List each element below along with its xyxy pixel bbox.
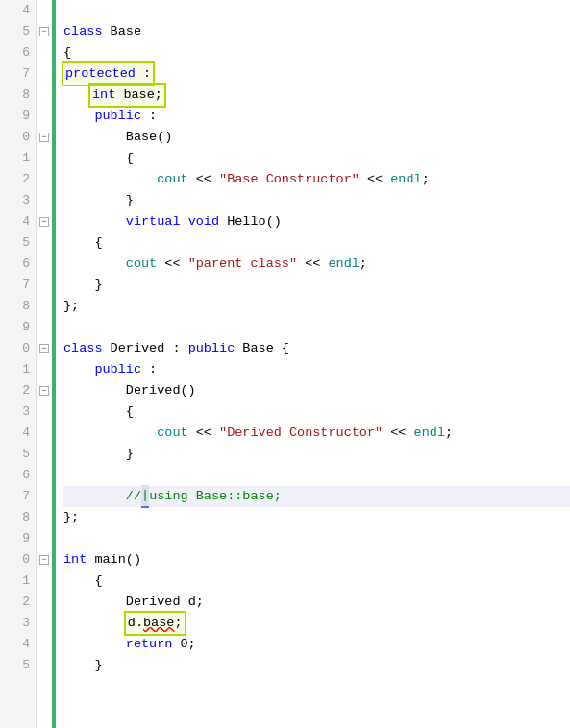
code-line-31: { — [63, 570, 570, 592]
token-public20: public — [188, 338, 235, 359]
code-line-4 — [63, 0, 570, 21]
token-comment27b: using Base::base; — [149, 486, 282, 507]
token-op24a: << — [188, 423, 219, 444]
token-indent10 — [63, 127, 94, 148]
code-line-35: } — [63, 655, 570, 676]
code-line-9: public : — [63, 106, 570, 127]
gutter-25 — [37, 444, 52, 465]
token-colon9: : — [141, 106, 157, 127]
gutter-24 — [37, 423, 52, 444]
fold-gutter: − − − − − — [37, 0, 52, 728]
gutter-22[interactable]: − — [37, 380, 52, 401]
gutter-21 — [37, 359, 52, 380]
token-virtual: virtual — [126, 211, 181, 232]
token-sp14 — [181, 211, 188, 232]
token-comment27: // — [126, 486, 141, 507]
token-brace35: } — [63, 655, 103, 676]
ln-7: 7 — [0, 63, 36, 85]
ln-21: 1 — [0, 359, 36, 380]
token-endl16: endl — [328, 254, 359, 275]
token-semi33: ; — [174, 616, 182, 630]
token-brace15: { — [63, 232, 103, 254]
code-line-29 — [63, 528, 570, 549]
code-line-6: { — [63, 42, 570, 63]
fold-button-22[interactable]: − — [39, 386, 49, 396]
code-line-21: public : — [63, 359, 570, 380]
token-str16: "parent class" — [188, 254, 297, 275]
gutter-16 — [37, 254, 52, 275]
token-cout24: cout — [157, 423, 187, 444]
gutter-26 — [37, 465, 52, 486]
token-indent27 — [63, 486, 126, 507]
ln-23: 3 — [0, 401, 36, 423]
gutter-11 — [37, 148, 52, 169]
gutter-27 — [37, 486, 52, 507]
token-indent24 — [63, 423, 157, 444]
token-d33: d. — [128, 616, 143, 630]
token-indent34 — [63, 634, 126, 655]
ln-27: 7 — [0, 486, 36, 507]
code-line-12: cout << "Base Constructor" << endl; — [63, 169, 570, 190]
ln-12: 2 — [0, 169, 36, 190]
ln-22: 2 — [0, 380, 36, 401]
fold-button-5[interactable]: − — [39, 27, 49, 36]
gutter-18 — [37, 296, 52, 317]
token-op12b: << — [359, 169, 390, 190]
ln-29: 9 — [0, 528, 36, 549]
ln-26: 6 — [0, 465, 36, 486]
token-semi24: ; — [445, 423, 453, 444]
gutter-30[interactable]: − — [37, 549, 52, 570]
fold-button-30[interactable]: − — [39, 555, 49, 565]
token-void14: void — [188, 211, 219, 232]
token-cout16: cout — [126, 254, 157, 275]
highlight-dbase: d.base; — [126, 613, 185, 634]
token-indent32 — [63, 592, 126, 613]
code-line-23: { — [63, 401, 570, 423]
gutter-17 — [37, 275, 52, 296]
code-line-30: int main() — [63, 549, 570, 570]
token-brace13: } — [63, 190, 134, 211]
code-line-22: Derived() — [63, 380, 570, 401]
code-line-15: { — [63, 232, 570, 254]
gutter-8 — [37, 85, 52, 106]
highlight-protected: protected : — [63, 63, 153, 85]
code-line-14: virtual void Hello() — [63, 211, 570, 232]
code-line-10: Base() — [63, 127, 570, 148]
highlight-int-base: int base; — [90, 85, 164, 106]
ln-8: 8 — [0, 85, 36, 106]
fold-button-10[interactable]: − — [39, 133, 49, 142]
fold-button-14[interactable]: − — [39, 217, 49, 227]
token-indent16 — [63, 254, 126, 275]
gutter-4 — [37, 0, 52, 21]
token-str12: "Base Constructor" — [219, 169, 359, 190]
ln-32: 2 — [0, 592, 36, 613]
token-public21: public — [94, 359, 141, 380]
token-indent21 — [63, 359, 94, 380]
gutter-31 — [37, 570, 52, 592]
gutter-20[interactable]: − — [37, 338, 52, 359]
code-line-32: Derived d; — [63, 592, 570, 613]
code-line-28: }; — [63, 507, 570, 528]
token-indent33 — [63, 613, 126, 634]
gutter-12 — [37, 169, 52, 190]
fold-button-20[interactable]: − — [39, 344, 49, 353]
code-editor: 4 5 6 7 8 9 0 1 2 3 4 5 6 7 8 9 0 1 2 3 … — [0, 0, 570, 728]
token-semi16: ; — [359, 254, 367, 275]
token-derived: Derived — [111, 338, 165, 359]
ln-11: 1 — [0, 148, 36, 169]
gutter-15 — [37, 232, 52, 254]
code-line-17: } — [63, 275, 570, 296]
token-classbrace18: }; — [63, 296, 79, 317]
gutter-33 — [37, 613, 52, 634]
gutter-14[interactable]: − — [37, 211, 52, 232]
token-brace23: { — [63, 401, 134, 423]
gutter-10[interactable]: − — [37, 127, 52, 148]
token-colon20: : — [164, 338, 187, 359]
token-class: class — [63, 21, 111, 42]
ln-35: 5 — [0, 655, 36, 676]
token-indent14 — [63, 211, 94, 232]
token-indent9 — [63, 106, 94, 127]
token-semi12: ; — [422, 169, 430, 190]
gutter-5[interactable]: − — [37, 21, 52, 42]
code-line-20: class Derived : public Base { — [63, 338, 570, 359]
